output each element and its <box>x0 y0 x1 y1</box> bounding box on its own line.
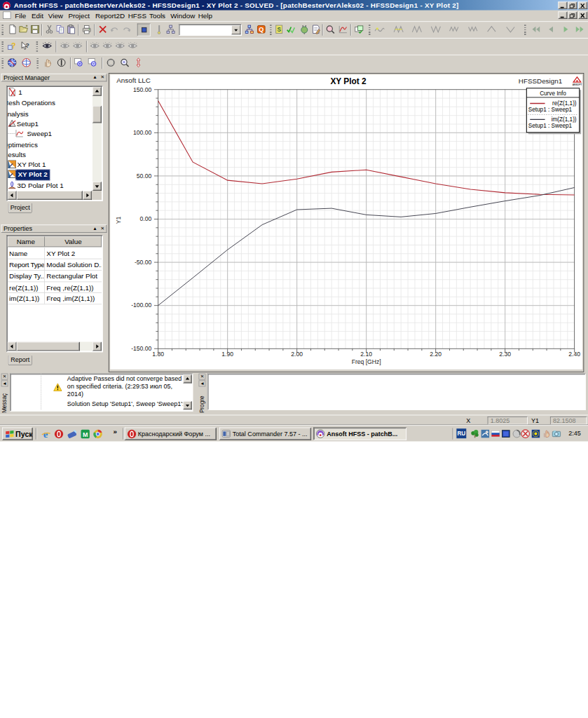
svg-text:2.00: 2.00 <box>291 351 303 358</box>
svg-text:2.20: 2.20 <box>430 351 442 358</box>
svg-text:Freq [GHz]: Freq [GHz] <box>352 358 381 365</box>
svg-text:Q: Q <box>259 26 264 33</box>
svg-text:1.90: 1.90 <box>221 351 233 358</box>
svg-text:S: S <box>277 27 281 33</box>
svg-text:-150.00: -150.00 <box>131 345 151 352</box>
svg-text:Setup1 : Sweep1: Setup1 : Sweep1 <box>528 123 573 129</box>
svg-text:HFSSDesign1: HFSSDesign1 <box>519 77 562 85</box>
svg-text:0.00: 0.00 <box>140 215 152 222</box>
svg-text:50.00: 50.00 <box>137 172 152 180</box>
svg-text:?: ? <box>25 42 29 49</box>
svg-text:1.80: 1.80 <box>152 351 164 358</box>
svg-text:im(Z(1,1)): im(Z(1,1)) <box>552 116 577 123</box>
svg-text:150.00: 150.00 <box>133 86 152 93</box>
svg-text:2.30: 2.30 <box>499 351 511 358</box>
svg-text:XY Plot 2: XY Plot 2 <box>330 76 367 86</box>
svg-text:re(Z(1,1)): re(Z(1,1)) <box>552 100 577 107</box>
svg-text:Y1: Y1 <box>115 217 122 224</box>
svg-text:M: M <box>83 431 88 438</box>
svg-text:-100.00: -100.00 <box>131 302 151 309</box>
svg-text:100.00: 100.00 <box>133 129 152 136</box>
svg-text:2.40: 2.40 <box>568 351 580 358</box>
svg-text:2.10: 2.10 <box>360 351 372 358</box>
svg-text:e: e <box>43 429 48 439</box>
svg-text:Ansoft LLC: Ansoft LLC <box>116 76 151 84</box>
svg-text:ANSOFT: ANSOFT <box>573 83 582 86</box>
svg-text:-50.00: -50.00 <box>135 259 152 266</box>
svg-text:Setup1 : Sweep1: Setup1 : Sweep1 <box>528 107 573 113</box>
svg-text:Curve Info: Curve Info <box>540 90 566 97</box>
svg-text:?: ? <box>11 41 15 50</box>
